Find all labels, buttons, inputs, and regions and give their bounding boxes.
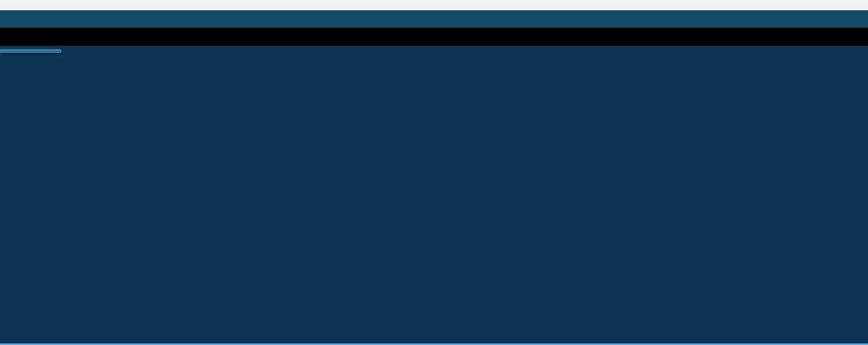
inspector-sidebar xyxy=(0,49,62,53)
waveform-editor[interactable] xyxy=(0,46,868,345)
info-line xyxy=(0,28,868,46)
sample-editor-window xyxy=(0,0,868,345)
editor-toolbar xyxy=(0,10,868,28)
menu-bar xyxy=(0,0,868,10)
